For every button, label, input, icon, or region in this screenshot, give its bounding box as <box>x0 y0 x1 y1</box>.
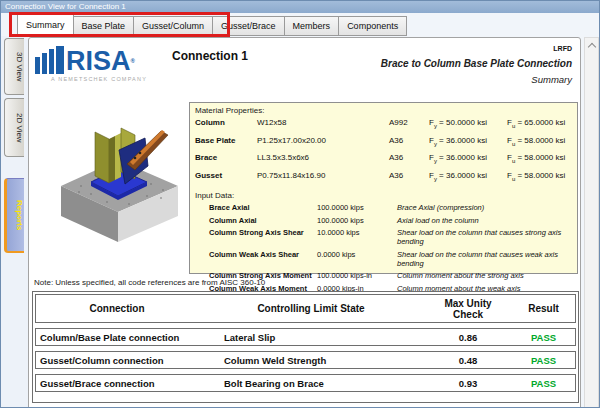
input-row: Column Weak Axis Shear0.0000 kipsShear l… <box>209 250 572 268</box>
report-view-label: Summary <box>531 74 572 85</box>
tab-summary[interactable]: Summary <box>17 14 74 36</box>
material-grade: A36 <box>389 171 429 182</box>
connection-view-window: Connection View for Connection 1 Summary… <box>0 0 600 408</box>
input-label: Column Strong Axis Shear <box>209 228 317 246</box>
input-label: Column Axial <box>209 216 317 225</box>
input-description: Shear load on the column that causes wea… <box>397 250 572 268</box>
vertical-scrollbar[interactable] <box>584 37 599 408</box>
header-result: Result <box>512 303 575 314</box>
input-row: Column Strong Axis Shear10.0000 kipsShea… <box>209 228 572 246</box>
input-label: Brace Axial <box>209 203 317 212</box>
result-connection: Column/Base Plate connection <box>36 332 198 343</box>
material-row: Base PlateP1.25x17.00x20.00A36Fy = 36.00… <box>195 136 572 147</box>
connection-subtitle: Brace to Column Base Plate Connection <box>381 58 572 69</box>
input-description: Axial load on the column <box>397 216 572 225</box>
input-value: 100.0000 kips-in <box>317 271 397 280</box>
tab-gusset-brace[interactable]: Gusset/Brace <box>213 16 285 36</box>
side-tab-reports[interactable]: Reports <box>4 178 24 253</box>
risa-logo-subtitle: A NEMETSCHEK COMPANY <box>51 76 147 82</box>
window-titlebar[interactable]: Connection View for Connection 1 <box>1 1 600 13</box>
chevron-up-icon <box>587 43 595 51</box>
material-label: Gusset <box>195 171 257 182</box>
tab-members[interactable]: Members <box>285 16 340 36</box>
window-title: Connection View for Connection 1 <box>5 2 126 11</box>
side-tab-3d-view[interactable]: 3D View <box>4 38 24 95</box>
material-properties-panel: Material Properties: ColumnW12x58A992Fy … <box>189 102 578 189</box>
code-reference-note: Note: Unless specified, all code referen… <box>34 278 265 287</box>
side-tab-panel: 3D View2D ViewReports <box>1 36 28 408</box>
material-grade: A36 <box>389 153 429 164</box>
material-grade: A992 <box>389 118 429 129</box>
input-value: 0.0000 kips <box>317 250 397 268</box>
report-content-panel: RISA® A NEMETSCHEK COMPANY Connection 1 … <box>28 37 581 408</box>
header-connection: Connection <box>36 303 198 314</box>
input-row: Brace Axial100.0000 kipsBrace Axial (com… <box>209 203 572 212</box>
material-fu: Fu = 58.0000 ksi <box>507 153 572 164</box>
result-max-unity: 0.86 <box>424 332 512 343</box>
material-label: Base Plate <box>195 136 257 147</box>
material-row: ColumnW12x58A992Fy = 50.0000 ksiFu = 65.… <box>195 118 572 129</box>
input-description: Shear load on the column that causes str… <box>397 228 572 246</box>
result-pass-badge: PASS <box>512 332 575 343</box>
design-method-label: LRFD <box>553 45 572 52</box>
input-label: Column Weak Axis Shear <box>209 250 317 268</box>
tab-base-plate[interactable]: Base Plate <box>74 16 135 36</box>
result-connection: Gusset/Brace connection <box>36 378 198 389</box>
result-limit-state: Column Weld Strength <box>198 355 424 366</box>
input-description: Brace Axial (compression) <box>397 203 572 212</box>
material-fy: Fy = 36.0000 ksi <box>429 171 507 182</box>
input-value: 100.0000 kips <box>317 203 397 212</box>
tab-strip: SummaryBase PlateGusset/ColumnGusset/Bra… <box>17 15 407 36</box>
result-max-unity: 0.93 <box>424 378 512 389</box>
material-row: GussetP0.75x11.84x16.90A36Fy = 36.0000 k… <box>195 171 572 182</box>
results-row: Gusset/Brace connectionBolt Bearing on B… <box>35 374 576 392</box>
input-value: 10.0000 kips <box>317 228 397 246</box>
input-data-title: Input Data: <box>195 191 572 200</box>
material-label: Brace <box>195 153 257 164</box>
material-size: W12x58 <box>257 118 389 129</box>
tab-gusset-column[interactable]: Gusset/Column <box>134 16 213 36</box>
risa-logo: RISA® A NEMETSCHEK COMPANY <box>35 46 147 82</box>
tab-components[interactable]: Components <box>339 16 407 36</box>
result-connection: Gusset/Column connection <box>36 355 198 366</box>
header-max-unity: Max Unity Check <box>424 298 512 320</box>
material-fy: Fy = 36.0000 ksi <box>429 136 507 147</box>
results-table: Connection Controlling Limit State Max U… <box>32 291 579 403</box>
material-grade: A36 <box>389 136 429 147</box>
material-fu: Fu = 58.0000 ksi <box>507 136 572 147</box>
material-fy: Fy = 36.0000 ksi <box>429 153 507 164</box>
scroll-up-button[interactable] <box>585 38 598 53</box>
material-fu: Fu = 58.0000 ksi <box>507 171 572 182</box>
material-fu: Fu = 65.0000 ksi <box>507 118 572 129</box>
result-max-unity: 0.48 <box>424 355 512 366</box>
input-row: Column Axial100.0000 kipsAxial load on t… <box>209 216 572 225</box>
input-data-panel: Input Data: Brace Axial100.0000 kipsBrac… <box>189 188 578 274</box>
results-table-header: Connection Controlling Limit State Max U… <box>35 294 576 323</box>
material-size: P1.25x17.00x20.00 <box>257 136 389 147</box>
material-properties-title: Material Properties: <box>195 106 572 115</box>
material-size: LL3.5x3.5x6x6 <box>257 153 389 164</box>
risa-logo-bars-icon: RISA® <box>35 46 147 74</box>
results-row: Gusset/Column connectionColumn Weld Stre… <box>35 351 576 369</box>
connection-3d-rendering <box>51 120 186 245</box>
material-fy: Fy = 50.0000 ksi <box>429 118 507 129</box>
material-label: Column <box>195 118 257 129</box>
result-limit-state: Bolt Bearing on Brace <box>198 378 424 389</box>
header-limit-state: Controlling Limit State <box>198 303 424 314</box>
connection-title: Connection 1 <box>172 49 248 63</box>
material-row: BraceLL3.5x3.5x6x6A36Fy = 36.0000 ksiFu … <box>195 153 572 164</box>
result-limit-state: Lateral Slip <box>198 332 424 343</box>
material-size: P0.75x11.84x16.90 <box>257 171 389 182</box>
result-pass-badge: PASS <box>512 355 575 366</box>
input-description: Column moment about the strong axis <box>397 271 572 280</box>
results-row: Column/Base Plate connectionLateral Slip… <box>35 328 576 346</box>
input-value: 100.0000 kips <box>317 216 397 225</box>
result-pass-badge: PASS <box>512 378 575 389</box>
risa-logo-text: RISA® <box>66 48 135 74</box>
side-tab-2d-view[interactable]: 2D View <box>4 98 24 157</box>
